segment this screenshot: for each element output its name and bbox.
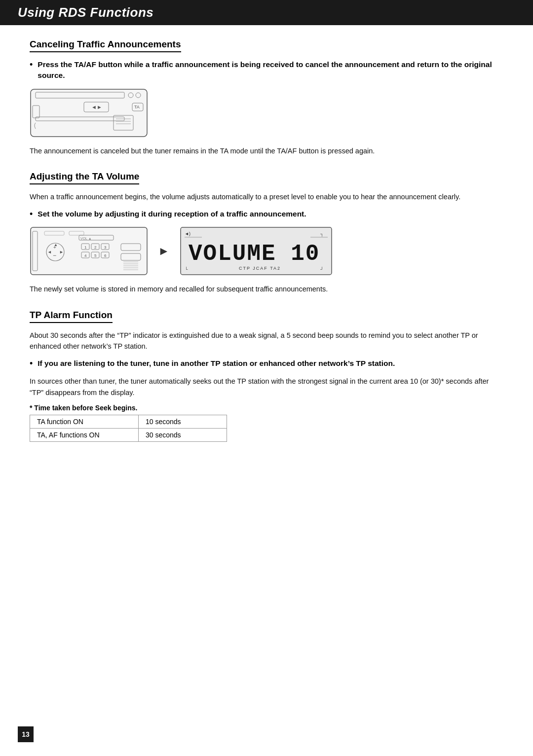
body-tp-alarm-2: In sources other than tuner, the tuner a… [30,376,503,398]
heading-adjusting: Adjusting the TA Volume [30,171,139,184]
svg-text:3: 3 [104,245,107,250]
table-row: TA function ON 10 seconds [30,415,227,429]
bullet-text-canceling: Press the TA/AF button while a traffic a… [38,59,503,81]
svg-text:5: 5 [94,253,97,258]
device-image-canceling: ◄► TA [30,88,148,138]
table-cell-value-1: 10 seconds [139,415,227,429]
table-row: TA, AF functions ON 30 seconds [30,429,227,442]
bullet-canceling: • Press the TA/AF button while a traffic… [30,59,503,81]
svg-text:┘: ┘ [320,266,323,272]
table-cell-value-2: 30 seconds [139,429,227,442]
page-title: Using RDS Functions [18,5,515,20]
svg-text:VOLUME 10: VOLUME 10 [189,241,320,267]
bullet-text-adjusting: Set the volume by adjusting it during re… [38,209,306,219]
svg-text:TA: TA [134,105,140,109]
body-tp-alarm-1: About 30 seconds after the “TP” indicato… [30,330,503,352]
page-header: Using RDS Functions [0,0,533,25]
svg-rect-0 [31,89,147,137]
bullet-dot-adjusting: • [30,209,33,219]
bullet-dot-canceling: • [30,60,33,70]
svg-text:◄: ◄ [47,250,52,254]
section-canceling: Canceling Traffic Announcements • Press … [30,39,503,156]
section-tp-alarm: TP Alarm Function About 30 seconds after… [30,310,503,442]
bullet-text-tp-alarm: If you are listening to the tuner, tune … [38,358,395,369]
svg-text:1: 1 [84,245,87,250]
svg-text:2: 2 [94,245,97,250]
section-adjusting: Adjusting the TA Volume When a traffic a… [30,171,503,294]
seek-table: TA function ON 10 seconds TA, AF functio… [30,415,227,442]
main-content: Canceling Traffic Announcements • Press … [0,39,533,476]
heading-canceling: Canceling Traffic Announcements [30,39,181,52]
svg-text:┐: ┐ [320,231,323,237]
body-canceling: The announcement is canceled but the tun… [30,145,503,156]
device-area-canceling: ◄► TA [30,88,503,138]
body-adjusting-1: When a traffic announcement begins, the … [30,191,503,202]
device-image-radio: + − ◄ ► ▲ 1 2 [30,226,148,276]
arrow-icon: ► [158,244,170,258]
bullet-adjusting: • Set the volume by adjusting it during … [30,209,503,219]
svg-text:◄): ◄) [185,231,190,236]
svg-text:◄►: ◄► [91,104,102,110]
table-cell-label-2: TA, AF functions ON [30,429,139,442]
svg-text:−: − [53,252,56,259]
page-number: 13 [18,726,34,742]
svg-text:6: 6 [104,253,107,258]
svg-text:└: └ [185,266,188,272]
bullet-dot-tp-alarm: • [30,359,33,369]
bullet-tp-alarm: • If you are listening to the tuner, tun… [30,358,503,369]
svg-text:►: ► [59,250,64,254]
asterisk-note: * Time taken before Seek begins. [30,404,503,412]
device-area-adjusting: + − ◄ ► ▲ 1 2 [30,226,503,276]
svg-text:4: 4 [84,253,87,258]
table-cell-label-1: TA function ON [30,415,139,429]
svg-text:CTP   JCAF TA2: CTP JCAF TA2 [239,266,281,271]
body-adjusting-2: The newly set volume is stored in memory… [30,284,503,294]
heading-tp-alarm: TP Alarm Function [30,310,113,323]
device-image-volume: ◄) ┐ └ ┘ VOLUME 10 CTP JCAF TA2 [180,226,333,276]
svg-text:VOL ▲: VOL ▲ [80,237,92,240]
svg-text:▲: ▲ [54,243,58,247]
